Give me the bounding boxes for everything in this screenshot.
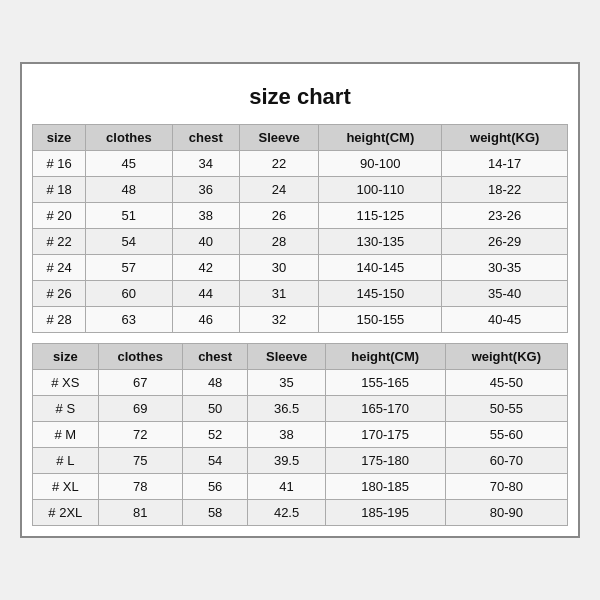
table1-header-cell: clothes (86, 125, 172, 151)
table-cell: 48 (86, 177, 172, 203)
chart-container: size chart sizeclotheschestSleeveheight(… (20, 62, 580, 538)
table-cell: 32 (239, 307, 318, 333)
table1-header-cell: height(CM) (319, 125, 442, 151)
table-cell: 60-70 (445, 448, 567, 474)
table-cell: 67 (98, 370, 182, 396)
table-cell: 56 (182, 474, 248, 500)
table-cell: 75 (98, 448, 182, 474)
table-cell: 39.5 (248, 448, 325, 474)
table-row: # 18483624100-11018-22 (33, 177, 568, 203)
table1-header-cell: size (33, 125, 86, 151)
table1-header-cell: weight(KG) (442, 125, 568, 151)
table2-header-row: sizeclotheschestSleeveheight(CM)weight(K… (33, 344, 568, 370)
table-cell: 38 (248, 422, 325, 448)
table-cell: 45 (86, 151, 172, 177)
table-cell: 24 (239, 177, 318, 203)
table-cell: # 22 (33, 229, 86, 255)
table-cell: 45-50 (445, 370, 567, 396)
table-cell: 180-185 (325, 474, 445, 500)
table-cell: 57 (86, 255, 172, 281)
table-cell: # 24 (33, 255, 86, 281)
table-row: # XL785641180-18570-80 (33, 474, 568, 500)
table-cell: 40 (172, 229, 239, 255)
table-gap (32, 333, 568, 343)
table-cell: 46 (172, 307, 239, 333)
table-cell: 58 (182, 500, 248, 526)
table-cell: # XL (33, 474, 99, 500)
table2-header-cell: chest (182, 344, 248, 370)
table-row: # 20513826115-12523-26 (33, 203, 568, 229)
table-cell: 36 (172, 177, 239, 203)
table-cell: 18-22 (442, 177, 568, 203)
table-row: # 24574230140-14530-35 (33, 255, 568, 281)
table2-header-cell: height(CM) (325, 344, 445, 370)
table-row: # XS674835155-16545-50 (33, 370, 568, 396)
table-row: # M725238170-17555-60 (33, 422, 568, 448)
table-cell: # L (33, 448, 99, 474)
table1-header-cell: Sleeve (239, 125, 318, 151)
table-cell: 52 (182, 422, 248, 448)
table-cell: 36.5 (248, 396, 325, 422)
table-cell: 63 (86, 307, 172, 333)
table-row: # 2XL815842.5185-19580-90 (33, 500, 568, 526)
table-cell: 30-35 (442, 255, 568, 281)
table-cell: 175-180 (325, 448, 445, 474)
table-cell: 54 (182, 448, 248, 474)
table-cell: 48 (182, 370, 248, 396)
table-cell: 145-150 (319, 281, 442, 307)
table2-header-cell: clothes (98, 344, 182, 370)
table-cell: # 18 (33, 177, 86, 203)
table-cell: 44 (172, 281, 239, 307)
table-cell: 34 (172, 151, 239, 177)
table-row: # 28634632150-15540-45 (33, 307, 568, 333)
table-cell: 42 (172, 255, 239, 281)
table-cell: 35 (248, 370, 325, 396)
table-row: # 1645342290-10014-17 (33, 151, 568, 177)
table-row: # 26604431145-15035-40 (33, 281, 568, 307)
table-cell: # 26 (33, 281, 86, 307)
table-cell: 23-26 (442, 203, 568, 229)
table-cell: 81 (98, 500, 182, 526)
table-cell: # 20 (33, 203, 86, 229)
table-cell: 69 (98, 396, 182, 422)
table-cell: 51 (86, 203, 172, 229)
table2-header-cell: size (33, 344, 99, 370)
table-cell: 185-195 (325, 500, 445, 526)
table-row: # 22544028130-13526-29 (33, 229, 568, 255)
table-cell: 38 (172, 203, 239, 229)
table1-header-row: sizeclotheschestSleeveheight(CM)weight(K… (33, 125, 568, 151)
size-table-1: sizeclotheschestSleeveheight(CM)weight(K… (32, 124, 568, 333)
table2-header-cell: Sleeve (248, 344, 325, 370)
table-cell: 140-145 (319, 255, 442, 281)
table-cell: # 16 (33, 151, 86, 177)
table-cell: 40-45 (442, 307, 568, 333)
table-cell: 50-55 (445, 396, 567, 422)
table-cell: 60 (86, 281, 172, 307)
table-cell: 100-110 (319, 177, 442, 203)
table-cell: 30 (239, 255, 318, 281)
table-cell: 31 (239, 281, 318, 307)
table-cell: 165-170 (325, 396, 445, 422)
table-cell: 26 (239, 203, 318, 229)
chart-title: size chart (32, 74, 568, 124)
table-cell: 14-17 (442, 151, 568, 177)
table-cell: # XS (33, 370, 99, 396)
table1-header-cell: chest (172, 125, 239, 151)
table-cell: 150-155 (319, 307, 442, 333)
table-row: # S695036.5165-17050-55 (33, 396, 568, 422)
table-cell: 78 (98, 474, 182, 500)
table-cell: 50 (182, 396, 248, 422)
table-cell: 72 (98, 422, 182, 448)
table-cell: 41 (248, 474, 325, 500)
table-cell: # 2XL (33, 500, 99, 526)
table-cell: 28 (239, 229, 318, 255)
table-cell: # S (33, 396, 99, 422)
table-cell: 26-29 (442, 229, 568, 255)
table-cell: 22 (239, 151, 318, 177)
table-cell: 80-90 (445, 500, 567, 526)
table-cell: 170-175 (325, 422, 445, 448)
table-cell: 35-40 (442, 281, 568, 307)
size-table-2: sizeclotheschestSleeveheight(CM)weight(K… (32, 343, 568, 526)
table-row: # L755439.5175-18060-70 (33, 448, 568, 474)
table-cell: 90-100 (319, 151, 442, 177)
